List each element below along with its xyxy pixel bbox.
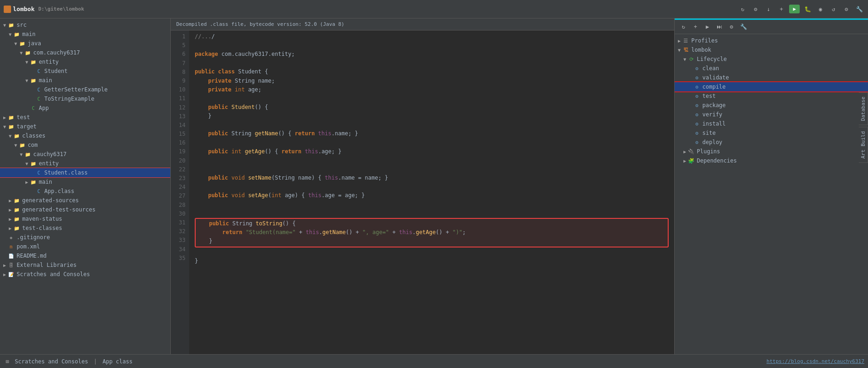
maven-deploy[interactable]: ⚙ deploy xyxy=(675,138,868,147)
tree-item-main2[interactable]: ▼ 📁 main xyxy=(0,76,170,85)
maven-run-btn[interactable]: ▶ xyxy=(702,22,712,32)
editor-area: Decompiled .class file, bytecode version… xyxy=(171,18,674,354)
maven-profiles[interactable]: ▶ ☰ Profiles xyxy=(675,36,868,45)
tree-item-main3[interactable]: ▶ 📁 main xyxy=(0,177,170,187)
code-line-19: public int getAge() { return this.age; } xyxy=(195,147,669,156)
maven-settings-btn[interactable]: ⚙ xyxy=(726,22,736,32)
tree-item-entity2[interactable]: ▼ 📁 entity xyxy=(0,159,170,168)
tree-item-ext-libs[interactable]: ▶ 🗄 External Libraries xyxy=(0,260,170,270)
code-line-15: public String getName() { return this.na… xyxy=(195,129,669,138)
maven-package[interactable]: ⚙ package xyxy=(675,101,868,110)
tree-item-entity[interactable]: ▼ 📁 entity xyxy=(0,57,170,66)
project-sidebar[interactable]: ▼ 📁 src ▼ 📁 main ▼ 📁 java ▼ 📁 com.cauchy… xyxy=(0,18,171,354)
main-layout: ▼ 📁 src ▼ 📁 main ▼ 📁 java ▼ 📁 com.cauchy… xyxy=(0,18,868,354)
java-icon-app: C xyxy=(30,104,37,112)
maven-lombok[interactable]: ▼ 🏗 lombok xyxy=(675,45,868,54)
tree-item-readme[interactable]: 📄 README.md xyxy=(0,251,170,260)
java-icon-student: C xyxy=(35,67,42,75)
tree-item-app[interactable]: C App xyxy=(0,103,170,113)
wrench-icon[interactable]: 🔧 xyxy=(854,4,864,14)
code-line-7 xyxy=(195,59,669,67)
arrow-maven-status: ▶ xyxy=(7,217,13,222)
label-dependencies: Dependencies xyxy=(697,157,737,164)
maven-compile[interactable]: ⚙ compile xyxy=(675,82,868,91)
code-line-28 xyxy=(195,200,669,209)
tree-item-src[interactable]: ▼ 📁 src xyxy=(0,20,170,30)
maven-verify[interactable]: ⚙ verify xyxy=(675,110,868,119)
tree-item-generated-test[interactable]: ▶ 📁 generated-test-sources xyxy=(0,205,170,214)
gear-icon-package: ⚙ xyxy=(693,102,700,109)
folder-icon-generated-test: 📁 xyxy=(13,206,20,213)
maven-add-btn[interactable]: + xyxy=(690,22,700,32)
bottom-url[interactable]: https://blog.csdn.net/cauchy6317 xyxy=(766,358,864,364)
tree-item-tostring[interactable]: C ToStringExample xyxy=(0,94,170,103)
tree-item-cauchy[interactable]: ▼ 📁 cauchy6317 xyxy=(0,150,170,159)
debug-icon[interactable]: 🐛 xyxy=(802,4,813,14)
maven-tree[interactable]: ▶ ☰ Profiles ▼ 🏗 lombok ▼ ⟳ Lifecycle xyxy=(675,34,868,354)
tab-art-build[interactable]: Art Build xyxy=(859,127,868,163)
settings-icon[interactable]: ⚙ xyxy=(841,4,851,14)
maven-site[interactable]: ⚙ site xyxy=(675,128,868,138)
tree-item-getter[interactable]: C GetterSetterExample xyxy=(0,85,170,94)
add-icon[interactable]: + xyxy=(776,4,786,14)
tree-item-target[interactable]: ▼ 📁 target xyxy=(0,122,170,131)
bottom-nav-icon[interactable]: ⊞ xyxy=(4,358,11,365)
tree-item-java[interactable]: ▼ 📁 java xyxy=(0,39,170,48)
maven-clean[interactable]: ⚙ clean xyxy=(675,64,868,73)
tree-item-test-classes[interactable]: ▶ 📁 test-classes xyxy=(0,223,170,233)
maven-refresh-icon[interactable]: ↺ xyxy=(828,4,838,14)
maven-test[interactable]: ⚙ test xyxy=(675,91,868,101)
folder-icon-src: 📁 xyxy=(7,21,15,29)
label-install: install xyxy=(702,121,726,127)
vertical-tabs: Database Art Build xyxy=(859,92,868,163)
tree-item-app-class[interactable]: C App.class xyxy=(0,187,170,196)
bottom-app-class: App class xyxy=(102,358,132,365)
tree-item-student-class[interactable]: C Student.class xyxy=(0,168,170,177)
tree-item-scratches[interactable]: ▶ 📝 Scratches and Consoles xyxy=(0,270,170,279)
label-test-mvn: test xyxy=(702,93,716,99)
arrow-main2: ▼ xyxy=(24,78,30,83)
download-icon[interactable]: ↓ xyxy=(763,4,773,14)
label-test: test xyxy=(17,114,30,121)
maven-validate[interactable]: ⚙ validate xyxy=(675,73,868,82)
tree-item-generated[interactable]: ▶ 📁 generated-sources xyxy=(0,196,170,205)
maven-plugins[interactable]: ▶ 🔌 Plugins xyxy=(675,147,868,156)
md-icon-readme: 📄 xyxy=(7,252,15,259)
label-pom: pom.xml xyxy=(17,243,40,250)
tab-database[interactable]: Database xyxy=(859,92,868,125)
arrow-profiles: ▶ xyxy=(676,38,682,43)
run-button[interactable]: ▶ xyxy=(789,5,800,13)
maven-skip-btn[interactable]: ⏭ xyxy=(714,22,724,32)
bottom-bar: ⊞ Scratches and Consoles | App class htt… xyxy=(0,354,868,368)
tree-item-test[interactable]: ▶ 📁 test xyxy=(0,113,170,122)
code-editor[interactable]: //.../ package com.cauchy6317.entity; pu… xyxy=(189,30,674,354)
tree-item-com2[interactable]: ▼ 📁 com xyxy=(0,140,170,150)
maven-wrench-btn[interactable]: 🔧 xyxy=(738,22,748,32)
coverage-icon[interactable]: ◉ xyxy=(815,4,826,14)
folder-icon-entity2: 📁 xyxy=(30,160,37,167)
arrow-entity2: ▼ xyxy=(24,161,30,166)
tree-item-pom[interactable]: m pom.xml xyxy=(0,242,170,251)
maven-dependencies[interactable]: ▶ 🧩 Dependencies xyxy=(675,156,868,165)
code-line-20 xyxy=(195,156,669,165)
tree-item-student[interactable]: C Student xyxy=(0,66,170,76)
folder-icon-generated: 📁 xyxy=(13,197,20,204)
tree-item-gitignore[interactable]: ◈ .gitignore xyxy=(0,233,170,242)
structure-icon[interactable]: ⚙ xyxy=(750,4,760,14)
tree-item-main[interactable]: ▼ 📁 main xyxy=(0,30,170,39)
label-lifecycle: Lifecycle xyxy=(697,56,727,62)
maven-lifecycle[interactable]: ▼ ⟳ Lifecycle xyxy=(675,54,868,64)
tree-item-com[interactable]: ▼ 📁 com.cauchy6317 xyxy=(0,48,170,57)
tree-item-maven-status[interactable]: ▶ 📁 maven-status xyxy=(0,214,170,223)
tree-item-classes[interactable]: ▼ 📁 classes xyxy=(0,131,170,140)
folder-icon-main3: 📁 xyxy=(30,178,37,186)
label-lombok: lombok xyxy=(691,47,711,53)
label-app: App xyxy=(39,105,49,111)
gear-icon-compile: ⚙ xyxy=(693,83,700,90)
maven-install[interactable]: ⚙ install xyxy=(675,119,868,128)
bottom-scratch-label[interactable]: Scratches and Consoles xyxy=(15,358,88,365)
label-readme: README.md xyxy=(17,253,47,259)
folder-icon-test: 📁 xyxy=(7,114,15,121)
maven-refresh-btn[interactable]: ↻ xyxy=(678,22,688,32)
refresh-icon[interactable]: ↻ xyxy=(737,4,748,14)
